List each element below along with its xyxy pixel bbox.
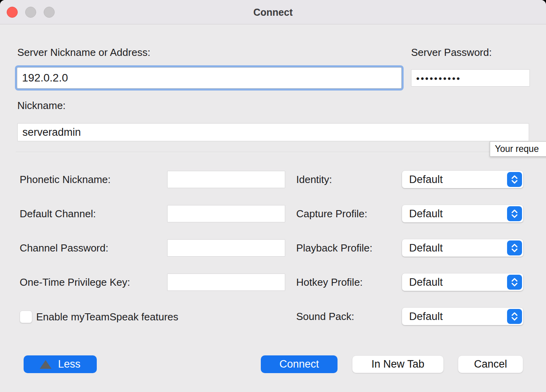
titlebar: Connect bbox=[0, 0, 546, 24]
playback-profile-label: Playback Profile: bbox=[296, 239, 373, 257]
playback-profile-select[interactable]: Default bbox=[402, 239, 523, 257]
sound-pack-select[interactable]: Default bbox=[402, 308, 523, 325]
identity-select[interactable]: Default bbox=[402, 171, 523, 188]
sound-pack-value: Default bbox=[409, 308, 443, 325]
connect-button[interactable]: Connect bbox=[261, 355, 338, 373]
server-password-label: Server Password: bbox=[411, 46, 492, 59]
updown-chevron-icon bbox=[507, 206, 522, 221]
identity-value: Default bbox=[409, 171, 443, 188]
updown-chevron-icon bbox=[507, 275, 522, 290]
less-button-label: Less bbox=[58, 358, 80, 370]
section-divider bbox=[16, 152, 546, 153]
default-channel-label: Default Channel: bbox=[20, 205, 96, 222]
channel-password-label: Channel Password: bbox=[20, 239, 108, 257]
hotkey-profile-value: Default bbox=[409, 274, 443, 291]
server-address-input[interactable] bbox=[17, 67, 402, 89]
collapse-triangle-icon bbox=[40, 360, 52, 369]
window-title: Connect bbox=[0, 0, 546, 24]
in-new-tab-button-label: In New Tab bbox=[371, 358, 424, 370]
nickname-label: Nickname: bbox=[17, 100, 66, 112]
less-button[interactable]: Less bbox=[24, 355, 97, 373]
tooltip: Your reque bbox=[490, 141, 546, 157]
sound-pack-label: Sound Pack: bbox=[296, 308, 354, 325]
default-channel-input[interactable] bbox=[167, 205, 285, 222]
one-time-privilege-key-label: One-Time Privilege Key: bbox=[20, 274, 130, 291]
nickname-input[interactable] bbox=[17, 123, 529, 141]
server-password-input[interactable] bbox=[411, 69, 530, 87]
connect-button-label: Connect bbox=[279, 358, 319, 370]
hotkey-profile-label: Hotkey Profile: bbox=[296, 274, 363, 291]
updown-chevron-icon bbox=[507, 240, 522, 255]
server-address-focus-ring bbox=[15, 65, 404, 91]
capture-profile-select[interactable]: Default bbox=[402, 205, 523, 222]
capture-profile-label: Capture Profile: bbox=[296, 205, 367, 222]
phonetic-nickname-label: Phonetic Nickname: bbox=[20, 171, 111, 188]
capture-profile-value: Default bbox=[409, 205, 443, 222]
updown-chevron-icon bbox=[507, 172, 522, 187]
myteamspeak-checkbox[interactable] bbox=[20, 311, 32, 323]
hotkey-profile-select[interactable]: Default bbox=[402, 274, 523, 291]
cancel-button[interactable]: Cancel bbox=[458, 355, 523, 373]
channel-password-input[interactable] bbox=[167, 239, 285, 257]
connect-dialog: Connect Server Nickname or Address: Serv… bbox=[0, 0, 546, 392]
phonetic-nickname-input[interactable] bbox=[167, 171, 285, 188]
server-address-label: Server Nickname or Address: bbox=[17, 46, 150, 59]
one-time-privilege-key-input[interactable] bbox=[167, 274, 285, 291]
updown-chevron-icon bbox=[507, 309, 522, 324]
myteamspeak-label: Enable myTeamSpeak features bbox=[36, 308, 178, 325]
in-new-tab-button[interactable]: In New Tab bbox=[352, 355, 444, 373]
playback-profile-value: Default bbox=[409, 239, 443, 257]
identity-label: Identity: bbox=[296, 171, 332, 188]
cancel-button-label: Cancel bbox=[474, 358, 507, 370]
